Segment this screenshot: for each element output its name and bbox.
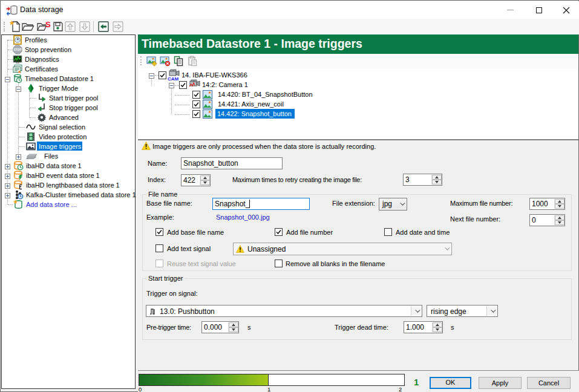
svg-text:STOP: STOP	[14, 48, 21, 51]
svg-text:S: S	[45, 21, 51, 29]
